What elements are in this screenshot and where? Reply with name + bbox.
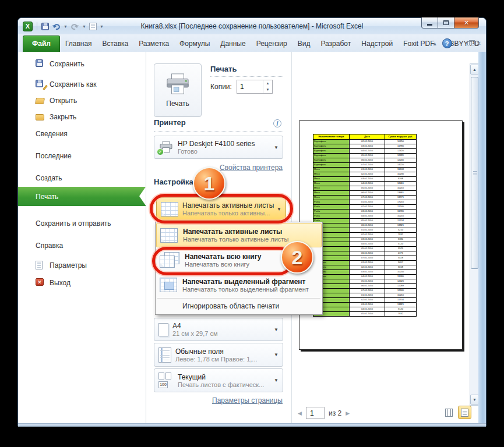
preview-table-row: Картофель03.01.201011980 <box>313 144 417 149</box>
sidebar-item-save-as[interactable]: Сохранить как <box>18 78 146 91</box>
help-icon[interactable]: ? <box>442 38 452 48</box>
window-controls: ✕ <box>422 17 479 29</box>
menu-item-print-selection[interactable]: Напечатать выделенный фрагмент Напечатат… <box>156 272 322 297</box>
preview-table-row: Картофель02.01.20103018 <box>313 265 417 270</box>
margins-subtitle: Левое: 1,78 см Правое: 1,... <box>175 356 258 363</box>
tab-formulas[interactable]: Формулы <box>174 36 215 52</box>
doc-close-icon[interactable]: ✕ <box>477 41 481 47</box>
menu-item-ignore-print-area[interactable]: Игнорировать область печати <box>156 299 322 314</box>
tab-view[interactable]: Вид <box>292 36 316 52</box>
preview-table-row: Сахар05.01.20107832 <box>313 312 417 317</box>
scaling-dropdown[interactable]: 100 Текущий Печать листов с фактическ...… <box>154 368 283 392</box>
preview-table-row: Картофель04.01.201011980 <box>313 275 417 279</box>
copies-spinner: ▲ ▼ <box>237 80 273 94</box>
current-page-input[interactable] <box>306 407 325 419</box>
doc-minimize-icon[interactable]: — <box>457 41 463 47</box>
doc-restore-icon[interactable] <box>467 41 472 45</box>
preview-table-row: Картофель04.01.201012420 <box>313 149 417 154</box>
save-icon <box>36 59 45 69</box>
sidebar-item-print[interactable]: Печать <box>18 187 146 206</box>
undo-dropdown-caret[interactable]: ▼ <box>64 24 68 29</box>
sidebar-item-exit[interactable]: ✕ Выход <box>18 276 146 289</box>
maximize-button[interactable] <box>438 17 454 29</box>
tab-developer[interactable]: Разработ <box>315 36 356 52</box>
preview-table-row: Мясо02.01.201010230 <box>313 172 417 177</box>
scroll-down-arrow[interactable]: ▼ <box>470 395 479 405</box>
tab-addins[interactable]: Надстрой <box>356 36 398 52</box>
divider <box>154 131 283 132</box>
sidebar-item-new[interactable]: Создать <box>18 172 146 185</box>
desktop-background: Книга8.xlsx [Последнее сохранение пользо… <box>0 0 504 447</box>
sidebar-item-options[interactable]: Параметры <box>18 259 146 272</box>
page-setup-link[interactable]: Параметры страницы <box>212 396 283 405</box>
tab-review[interactable]: Рецензир <box>251 36 292 52</box>
preview-table-row: Картофель02.01.201010250 <box>313 140 417 144</box>
preview-table-row: Мясо05.01.201012420 <box>313 279 417 284</box>
annotation-badge-step1: 1 <box>193 167 225 200</box>
printer-ready-check-icon: ✓ <box>157 148 164 155</box>
margins-dropdown[interactable]: Обычные поля Левое: 1,78 см Правое: 1,..… <box>154 343 283 367</box>
preview-table-row: Мясо04.01.201012461 <box>313 182 417 186</box>
close-button[interactable]: ✕ <box>454 17 479 29</box>
redo-icon[interactable] <box>71 23 79 30</box>
selection-icon <box>160 278 177 292</box>
copies-input[interactable] <box>237 80 263 93</box>
preview-table-row: Мясо06.01.201013681 <box>313 191 417 196</box>
chevron-down-icon: ▼ <box>274 145 279 150</box>
section-header-print: Печать <box>210 65 237 73</box>
minimize-icon <box>427 24 432 26</box>
undo-icon[interactable] <box>52 23 61 30</box>
sidebar-item-info[interactable]: Сведения <box>18 127 146 140</box>
save-as-icon <box>36 80 45 89</box>
sidebar-item-close[interactable]: Закрыть <box>18 111 146 123</box>
preview-table-row: Рыба01.01.201010210 <box>313 293 417 298</box>
preview-table: Наименование товара Дата Сумма выручки, … <box>313 134 417 317</box>
scaling-icon: 100 <box>158 372 174 388</box>
preview-table-row: Рыба04.01.201010210 <box>313 214 417 219</box>
menu-separator <box>157 298 320 299</box>
tab-home[interactable]: Главная <box>60 36 97 52</box>
collapse-ribbon-icon[interactable]: ▲ <box>432 41 438 47</box>
excel-logo-icon[interactable]: X <box>23 22 33 31</box>
scrollbar-thumb[interactable] <box>471 77 478 269</box>
print-button[interactable]: Печать <box>154 63 202 117</box>
printer-small-icon: ✓ <box>158 141 174 154</box>
customize-qat-caret[interactable]: ▼ <box>100 24 104 29</box>
sidebar-item-help[interactable]: Справка <box>18 239 146 252</box>
copies-up-arrow[interactable]: ▲ <box>263 80 272 87</box>
tab-insert[interactable]: Вставка <box>97 36 134 52</box>
zoom-to-page-button[interactable] <box>458 406 471 419</box>
preview-table-row: Мясо07.01.201013971 <box>313 196 417 200</box>
sidebar-item-save-and-send[interactable]: Сохранить и отправить <box>18 217 146 230</box>
preview-table-row: Рыба02.01.201011734 <box>313 298 417 303</box>
scroll-up-arrow[interactable]: ▲ <box>470 65 479 74</box>
printer-properties-link[interactable]: Свойства принтера <box>220 164 283 172</box>
paper-size-dropdown[interactable]: A4 21 см x 29,7 см ▼ <box>154 318 283 341</box>
save-icon[interactable] <box>41 23 49 30</box>
preview-table-row: Сахар02.01.20107832 <box>313 233 417 237</box>
chevron-down-icon: ▼ <box>274 327 279 332</box>
preview-table-row: Рыба03.01.201011980 <box>313 210 417 214</box>
ribbon-tab-bar: Файл Главная Вставка Разметка Формулы Да… <box>18 34 486 52</box>
tab-data[interactable]: Данные <box>215 36 251 52</box>
printer-select-dropdown[interactable]: ✓ HP Deskjet F4100 series Готово ▼ <box>154 136 283 159</box>
minimize-button[interactable] <box>421 17 438 29</box>
tab-file[interactable]: Файл <box>23 36 60 52</box>
redo-dropdown-caret[interactable]: ▼ <box>82 24 86 29</box>
preview-tools <box>442 406 471 419</box>
print-preview-icon[interactable] <box>89 23 97 30</box>
ribbon-right-controls: ▲ ? — ✕ <box>432 38 481 48</box>
printer-info-icon[interactable]: i <box>273 119 281 127</box>
quick-access-toolbar: X ▼ ▼ ▼ <box>23 22 104 31</box>
sidebar-item-open[interactable]: Открыть <box>18 94 146 107</box>
tab-page-layout[interactable]: Разметка <box>133 36 174 52</box>
sidebar-item-recent[interactable]: Последние <box>18 150 146 162</box>
sidebar-item-save[interactable]: Сохранить <box>18 58 146 70</box>
copies-down-arrow[interactable]: ▼ <box>263 87 272 93</box>
preview-table-row: Сахар07.01.20103428 <box>313 256 417 261</box>
previous-page-icon[interactable]: ◀ <box>298 410 302 416</box>
annotation-oval-step2 <box>152 247 293 275</box>
next-page-icon[interactable]: ▶ <box>346 410 350 416</box>
preview-table-header-row: Наименование товара Дата Сумма выручки, … <box>313 134 417 140</box>
show-margins-button[interactable] <box>442 406 456 419</box>
